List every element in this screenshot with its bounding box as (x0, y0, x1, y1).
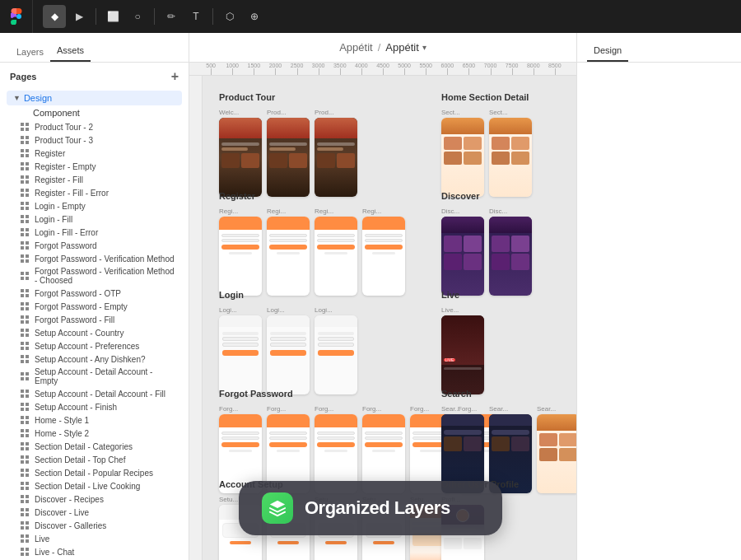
text-tool[interactable]: T (184, 5, 207, 28)
layer-item[interactable]: Setup Account - Preferences (7, 339, 182, 352)
component-tool[interactable]: ⬡ (218, 5, 241, 28)
pages-label: Pages (10, 72, 36, 82)
layer-item[interactable]: Section Detail - Popular Recipes (7, 466, 182, 479)
right-tab-design[interactable]: Design (587, 40, 628, 62)
plugin-tool[interactable]: ⊕ (243, 5, 266, 28)
layer-frame-icon (20, 389, 30, 399)
phone-frame[interactable] (219, 118, 262, 197)
layer-item[interactable]: Forgot Password (7, 239, 182, 252)
layer-item[interactable]: Setup Account - Detail Account - Fill (7, 387, 182, 400)
layer-item[interactable]: Register - Fill - Error (7, 186, 182, 199)
layer-item[interactable]: Register (7, 147, 182, 160)
svg-rect-3 (26, 128, 29, 131)
sub-labels-row: Regi...Regi...Regi...Regi... (219, 208, 405, 215)
layer-item[interactable]: Product Tour - 3 (7, 133, 182, 147)
phone-frame[interactable] (219, 217, 262, 296)
phone-frame[interactable] (362, 217, 405, 296)
frame-group-search: SearchSear...Sear...Sear...Sear... (441, 389, 576, 493)
layer-item[interactable]: Home - Style 1 (7, 413, 182, 427)
frame-group-label-login: Login (219, 290, 357, 300)
breadcrumb-parent[interactable]: Appétit (339, 41, 372, 54)
layer-frame-icon (20, 468, 30, 478)
layer-frame-icon (20, 188, 30, 198)
layer-item[interactable]: Discover - Galleries (7, 519, 182, 532)
layer-item[interactable]: Login - Fill - Error (7, 226, 182, 239)
layer-frame-icon (20, 240, 30, 250)
page-item-component[interactable]: Component (7, 105, 182, 120)
layer-item[interactable]: Setup Account - Finish (7, 400, 182, 413)
layer-item[interactable]: Discover - Live (7, 506, 182, 519)
shape-tool[interactable]: ○ (126, 5, 149, 28)
add-page-button[interactable]: + (171, 69, 179, 84)
tab-assets[interactable]: Assets (50, 40, 91, 62)
layer-frame-icon (20, 455, 30, 464)
svg-rect-118 (21, 526, 24, 530)
layer-item[interactable]: Forgot Password - Verification Method (7, 252, 182, 265)
phone-frame[interactable] (315, 315, 357, 394)
phone-frame[interactable] (267, 217, 310, 296)
svg-rect-37 (26, 241, 29, 245)
layer-item[interactable]: Live (7, 532, 182, 545)
svg-rect-38 (21, 246, 24, 250)
svg-rect-124 (21, 548, 24, 551)
tab-layers[interactable]: Layers (10, 42, 50, 62)
toast-text: Organized Layers (305, 497, 450, 519)
frames-row (219, 315, 357, 394)
layer-item[interactable]: Live - Chat (7, 545, 182, 558)
sub-labels-row: Disc...Disc... (441, 208, 532, 215)
phone-frame[interactable] (267, 315, 310, 394)
phone-frame[interactable] (441, 217, 484, 296)
page-item-design[interactable]: ▼ Design (7, 91, 182, 105)
layer-item[interactable]: Login - Fill (7, 212, 182, 226)
layer-item[interactable]: Section Detail - Categories (7, 440, 182, 453)
phone-frame[interactable] (489, 118, 532, 197)
layer-item[interactable]: Home - Style 2 (7, 427, 182, 440)
svg-rect-95 (26, 447, 29, 450)
layer-item[interactable]: Login - Empty (7, 199, 182, 212)
layer-name: Setup Account - Detail Account - Fill (35, 390, 165, 399)
layer-item[interactable]: Forgot Password - Verification Method - … (7, 265, 182, 287)
layer-frame-icon (20, 428, 30, 438)
phone-frame[interactable] (315, 118, 357, 197)
layer-name: Register - Fill - Error (35, 189, 109, 198)
layer-item[interactable]: Register - Fill (7, 173, 182, 186)
layer-item[interactable]: Forgot Password - Empty (7, 300, 182, 313)
phone-frame[interactable] (537, 414, 576, 493)
layer-item[interactable]: Register - Empty (7, 160, 182, 173)
svg-rect-86 (21, 421, 24, 424)
layer-item[interactable]: Section Detail - Top Chef (7, 453, 182, 466)
layer-name: Forgot Password - Verification Method (35, 254, 175, 264)
layer-item[interactable]: Setup Account - Any Dishken? (7, 352, 182, 366)
page-name-design: Design (24, 93, 52, 103)
layer-item[interactable]: Product Tour - 2 (7, 120, 182, 133)
phone-frame[interactable] (315, 217, 357, 296)
svg-rect-58 (21, 320, 24, 324)
layer-name: Forgot Password - OTP (35, 289, 121, 298)
svg-rect-19 (26, 180, 29, 184)
layer-item[interactable]: Discover - Recipes (7, 492, 182, 506)
pen-tool[interactable]: ✏ (160, 5, 183, 28)
layer-frame-icon (20, 520, 30, 530)
svg-rect-101 (26, 469, 29, 472)
layer-frame-icon (20, 402, 30, 412)
frame-group-label-register: Register (219, 191, 405, 201)
layer-item[interactable]: Setup Account - Country (7, 326, 182, 339)
svg-rect-27 (26, 207, 29, 210)
select-tool[interactable]: ◆ (43, 5, 66, 28)
phone-frame[interactable] (267, 118, 310, 197)
layer-item[interactable]: Forgot Password - Fill (7, 313, 182, 326)
phone-frame[interactable] (219, 315, 262, 394)
figma-logo[interactable] (0, 0, 33, 33)
breadcrumb-current[interactable]: Appétit ▾ (385, 41, 426, 54)
frame-group-label-live: Live (441, 290, 484, 300)
layer-item[interactable]: Section Detail - Live Cooking (7, 479, 182, 492)
phone-frame[interactable] (489, 217, 532, 296)
phone-frame[interactable] (441, 118, 484, 197)
layer-name: Live (35, 534, 49, 544)
phone-frame[interactable]: LIVE (441, 315, 484, 394)
move-tool[interactable]: ▶ (68, 5, 91, 28)
sub-labels-row: Sear...Sear...Sear...Sear... (441, 405, 576, 413)
layer-item[interactable]: Forgot Password - OTP (7, 287, 182, 300)
frame-tool[interactable]: ⬜ (101, 5, 124, 28)
layer-item[interactable]: Setup Account - Detail Account - Empty (7, 366, 182, 387)
